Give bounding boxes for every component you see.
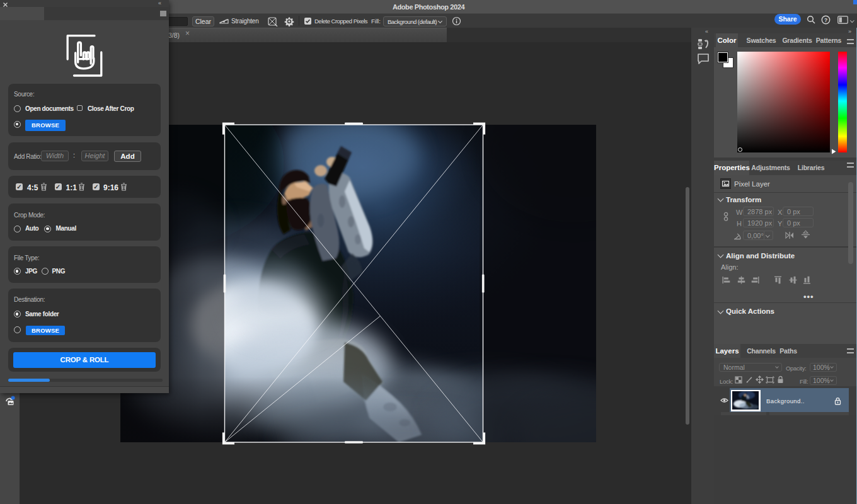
svg-text:?: ?	[824, 17, 827, 23]
